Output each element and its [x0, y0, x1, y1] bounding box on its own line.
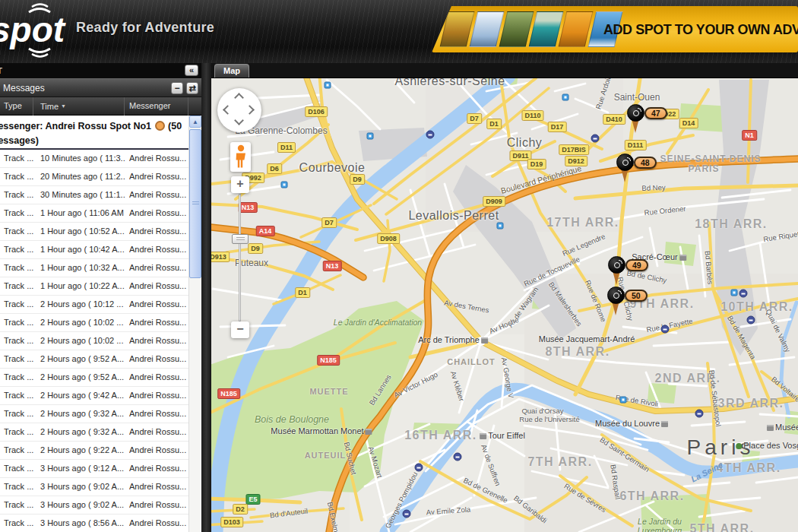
- road-badge: N13: [323, 261, 342, 271]
- column-type[interactable]: Type: [4, 97, 22, 115]
- table-row[interactable]: Track ...2 Hours ago ( 9:52 A...Andrei R…: [0, 350, 201, 369]
- tab-map[interactable]: Map: [214, 64, 249, 78]
- spot-pin-icon[interactable]: [608, 256, 625, 274]
- cell-messenger: Andrei Rossu...: [129, 172, 188, 181]
- pan-right-icon[interactable]: [245, 105, 255, 115]
- road-badge: N13: [239, 202, 258, 213]
- messenger-status-icon: [155, 121, 165, 131]
- zoom-out-button[interactable]: −: [231, 321, 249, 338]
- spot-pin-icon[interactable]: [616, 154, 634, 171]
- cell-type: Track ...: [4, 226, 38, 236]
- poi-icon: [767, 425, 774, 431]
- map-label: Rue Ordener: [644, 204, 686, 217]
- road-badge: D909: [483, 196, 505, 207]
- marker-number-badge[interactable]: 48: [634, 157, 657, 169]
- cell-type: Track ...: [4, 263, 38, 272]
- banner-photo: [470, 11, 505, 47]
- table-row[interactable]: Track ...30 Minutes ago ( 11:1...Andrei …: [0, 186, 201, 204]
- column-divider[interactable]: [33, 97, 33, 116]
- column-divider[interactable]: [124, 97, 125, 116]
- map-label: Av Emile Zola: [426, 505, 470, 516]
- cell-type: Track ...: [4, 336, 38, 345]
- minimize-button[interactable]: −: [171, 82, 183, 94]
- scroll-up-icon[interactable]: ▲: [189, 116, 201, 128]
- banner-photo: [529, 11, 564, 47]
- collapse-sidebar-button[interactable]: «: [185, 65, 198, 76]
- map-view[interactable]: Asnières-sur-SeineLa Garenne-ColombesCou…: [211, 78, 798, 532]
- cell-time: 3 Hours ago ( 8:56 A...: [40, 518, 125, 527]
- metro-station-icon: [403, 510, 411, 518]
- cell-time: 1 Hour ago ( 11:06 AM ): [40, 208, 125, 217]
- zoom-slider-handle[interactable]: [232, 234, 249, 244]
- panel-splitter[interactable]: [201, 63, 211, 532]
- cell-messenger: Andrei Rossu...: [129, 391, 188, 400]
- table-row[interactable]: Track ...20 Minutes ago ( 11:2...Andrei …: [0, 168, 201, 186]
- road-badge: N1: [742, 130, 757, 141]
- cell-type: Track ...: [4, 208, 38, 217]
- banner-text: ADD SPOT TO YOUR OWN ADVENTURES »: [603, 21, 798, 38]
- spot-pin-icon[interactable]: [607, 287, 625, 304]
- pan-left-icon[interactable]: [223, 105, 233, 115]
- table-row[interactable]: Track ...1 Hour ago ( 10:32 A...Andrei R…: [0, 259, 201, 277]
- refresh-button[interactable]: ⇄: [186, 82, 198, 94]
- banner-photos: [444, 11, 622, 47]
- table-row[interactable]: Track ...10 Minutes ago ( 11:3...Andrei …: [0, 150, 201, 168]
- messages-panel-title: Messages: [3, 83, 45, 93]
- pan-control[interactable]: [217, 88, 261, 132]
- scrollbar[interactable]: ▲: [188, 116, 201, 532]
- cell-type: Track ...: [4, 464, 38, 473]
- map-label: Bd d'Auteuil: [269, 506, 308, 519]
- table-row[interactable]: Track ...1 Hour ago ( 10:42 A...Andrei R…: [0, 241, 201, 259]
- table-row[interactable]: Track ...2 Hours ago ( 10:02 ...Andrei R…: [0, 314, 201, 332]
- table-row[interactable]: Track ...3 Hours ago ( 9:02 A...Andrei R…: [0, 496, 201, 515]
- column-messenger[interactable]: Messenger: [129, 97, 170, 115]
- map-label: Bd de Sébastopol: [708, 369, 723, 427]
- table-row[interactable]: Track ...1 Hour ago ( 10:22 A...Andrei R…: [0, 277, 201, 296]
- table-row[interactable]: Track ...2 Hours ago ( 9:42 A...Andrei R…: [0, 387, 201, 405]
- window-title: SPOT: [0, 63, 2, 78]
- map-label: Luxembourg: [638, 526, 682, 532]
- map-label: Av des Ternes: [444, 298, 490, 314]
- table-row[interactable]: Track ...2 Hours ago ( 10:12 ...Andrei R…: [0, 296, 201, 314]
- table-row[interactable]: Track ...2 Hours ago ( 9:22 A...Andrei R…: [0, 442, 201, 460]
- map-label: Asnières-sur-Seine: [394, 78, 505, 88]
- road-badge: D912: [565, 156, 587, 166]
- metro-station-icon: [739, 290, 748, 298]
- zoom-slider-track[interactable]: [239, 194, 241, 321]
- table-row[interactable]: Track ...2 Hours ago ( 9:32 A...Andrei R…: [0, 423, 201, 442]
- map-label: Courbevoie: [299, 161, 366, 175]
- table-row[interactable]: Track ...1 Hour ago ( 11:06 AM )Andrei R…: [0, 204, 201, 223]
- cell-time: 1 Hour ago ( 10:32 A...: [40, 263, 125, 272]
- promo-banner[interactable]: ADD SPOT TO YOUR OWN ADVENTURES »: [432, 6, 798, 52]
- zoom-in-button[interactable]: +: [231, 176, 249, 193]
- table-row[interactable]: Track ...2 Hours ago ( 9:52 A...Andrei R…: [0, 369, 201, 387]
- pan-up-icon[interactable]: [234, 93, 244, 103]
- table-row[interactable]: Track ...2 Hours ago ( 9:32 A...Andrei R…: [0, 405, 201, 423]
- map-label: Rue de Tocqueville: [522, 255, 581, 288]
- cell-messenger: Andrei Rossu...: [129, 427, 188, 436]
- column-time[interactable]: Time ▼: [40, 97, 66, 116]
- street-view-pegman[interactable]: [230, 142, 251, 172]
- spot-logo: spot: [0, 2, 68, 59]
- pegman-icon: [233, 144, 249, 169]
- marker-number-badge[interactable]: 50: [625, 290, 648, 302]
- scrollbar-thumb[interactable]: [189, 129, 201, 278]
- cell-time: 2 Hours ago ( 9:52 A...: [40, 372, 125, 382]
- map-label: Musée du Louvre: [595, 419, 670, 428]
- pan-down-icon[interactable]: [234, 116, 244, 125]
- table-row[interactable]: Track ...3 Hours ago ( 9:02 A...Andrei R…: [0, 478, 201, 496]
- table-row[interactable]: Track ...2 Hours ago ( 10:02 ...Andrei R…: [0, 332, 201, 350]
- cell-type: Track ...: [4, 318, 38, 327]
- map-panel: Map: [211, 63, 798, 532]
- cell-time: 1 Hour ago ( 10:52 A...: [40, 226, 125, 236]
- map-label: Bd Voltaire: [770, 375, 798, 404]
- marker-number-badge[interactable]: 47: [644, 107, 667, 119]
- cell-messenger: Andrei Rossu...: [129, 409, 188, 418]
- marker-number-badge[interactable]: 49: [625, 259, 648, 271]
- group-header[interactable]: Messenger: Andrei Rossu Spot No1 (50 Mes…: [0, 116, 194, 150]
- top-header: spot Ready for Adventure ADD SPOT TO YOU…: [0, 0, 798, 63]
- table-row[interactable]: Track ...1 Hour ago ( 10:52 A...Andrei R…: [0, 223, 201, 241]
- table-row[interactable]: Track ...3 Hours ago ( 8:56 A...Andrei R…: [0, 515, 201, 532]
- spot-pin-icon[interactable]: [627, 104, 644, 122]
- table-row[interactable]: Track ...3 Hours ago ( 9:12 A...Andrei R…: [0, 460, 201, 478]
